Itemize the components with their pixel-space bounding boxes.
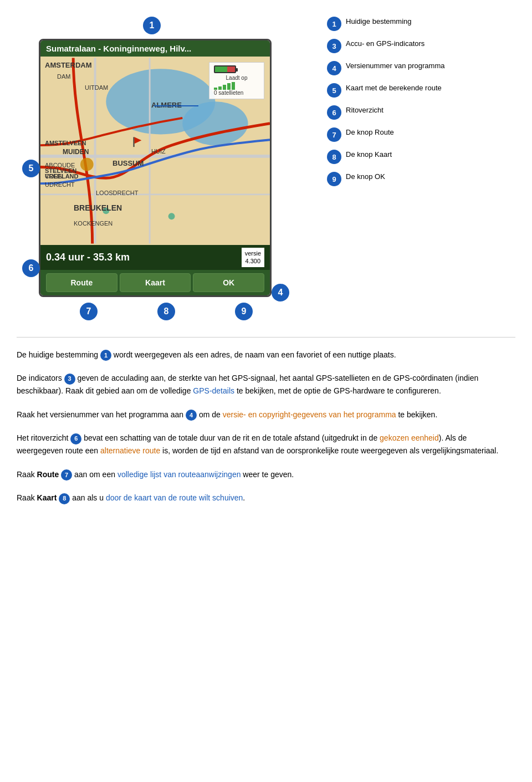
legend-circle-5: 5 — [327, 83, 341, 98]
desc-para-1: De huidige bestemming 1 wordt weergegeve… — [17, 349, 515, 361]
desc-para-8: Raak Kaart 8 aan als u door de kaart van… — [17, 492, 515, 504]
ok-button[interactable]: OK — [193, 273, 264, 292]
callout-4: 4 — [272, 284, 289, 301]
map-label-muiden: MUIDEN — [63, 148, 89, 156]
version-box: versie4.300 — [242, 248, 264, 267]
desc-para-6: Het ritoverzicht 6 bevat een schatting v… — [17, 432, 515, 457]
inline-circle-6: 6 — [70, 433, 81, 444]
gekozen-eenheid-link[interactable]: gekozen eenheid — [380, 433, 439, 442]
legend-text-5: Kaart met de berekende route — [346, 83, 442, 93]
legend-area: 1 Huidige bestemming 3 Accu- en GPS-indi… — [327, 11, 515, 186]
legend-text-7: De knop Route — [346, 127, 394, 137]
legend-item-8: 8 De knop Kaart — [327, 150, 515, 164]
battery-icon — [214, 65, 236, 73]
route-button[interactable]: Route — [46, 273, 117, 292]
gps-loading-label: Laadt op — [214, 75, 259, 81]
schuiven-link[interactable]: door de kaart van de route wilt schuiven — [106, 493, 243, 502]
callout-7-below: 7 — [80, 303, 98, 320]
device-bottom-bar: 0.34 uur - 35.3 km versie4.300 — [40, 245, 270, 270]
legend-circle-6: 6 — [327, 105, 341, 120]
legend-item-5: 5 Kaart met de berekende route — [327, 83, 515, 98]
svg-point-9 — [168, 213, 175, 219]
connector-3 — [154, 105, 198, 106]
callout-6-left: 6 — [22, 259, 40, 277]
map-label-udrecht: UDRECHT — [45, 181, 75, 188]
callout-5-left: 5 — [22, 160, 40, 177]
legend-text-1: Huidige bestemming — [346, 17, 412, 27]
top-section: 1 5 6 Sumatralaan - Koninginneweg, Hilv.… — [17, 11, 515, 320]
legend-circle-7: 7 — [327, 127, 341, 142]
map-label-uitdam: UITDAM — [85, 84, 108, 91]
signal-bar-3 — [223, 85, 226, 90]
map-label-amsterdam: AMSTERDAM — [45, 61, 92, 69]
signal-bars — [214, 81, 259, 90]
gps-details-link[interactable]: GPS-details — [193, 386, 234, 395]
device-buttons: Route Kaart OK — [40, 270, 270, 295]
map-label-loosdrecht: LOOSDRECHT — [96, 190, 138, 196]
battery-bar — [214, 65, 259, 73]
device-title: Sumatralaan - Koninginneweg, Hilv... — [46, 44, 191, 53]
callout-8-below: 8 — [157, 303, 175, 320]
inline-circle-1: 1 — [100, 350, 111, 361]
device-screen: Sumatralaan - Koninginneweg, Hilv... — [39, 39, 272, 297]
legend-text-6: Ritoverzicht — [346, 105, 383, 115]
signal-bar-5 — [232, 82, 235, 90]
legend-circle-8: 8 — [327, 150, 341, 164]
kaart-bold: Kaart — [37, 493, 57, 502]
legend-circle-9: 9 — [327, 172, 341, 186]
inline-circle-3: 3 — [64, 374, 75, 385]
legend-item-7: 7 De knop Route — [327, 127, 515, 142]
routeaanwijzingen-link[interactable]: volledige lijst van routeaanwijzingen — [117, 470, 241, 479]
signal-bar-4 — [227, 83, 231, 90]
page-wrapper: 1 5 6 Sumatralaan - Koninginneweg, Hilv.… — [0, 0, 532, 515]
inline-circle-8: 8 — [59, 493, 70, 504]
desc-para-3: De indicators 3 geven de acculading aan,… — [17, 372, 515, 397]
below-callouts: 7 8 9 — [17, 297, 316, 320]
descriptions: De huidige bestemming 1 wordt weergegeve… — [17, 337, 515, 505]
map-label-huiz: HUIZ — [151, 148, 166, 155]
legend-text-9: De knop OK — [346, 172, 385, 182]
legend-circle-1: 1 — [327, 17, 341, 31]
legend-text-3: Accu- en GPS-indicators — [346, 39, 424, 49]
legend-circle-3: 3 — [327, 39, 341, 53]
device-area: 1 5 6 Sumatralaan - Koninginneweg, Hilv.… — [17, 11, 316, 320]
legend-item-6: 6 Ritoverzicht — [327, 105, 515, 120]
satellites-text: 0 satellieten — [214, 90, 259, 96]
legend-circle-4: 4 — [327, 61, 341, 75]
svg-rect-10 — [134, 137, 135, 147]
callout-1: 1 — [143, 17, 161, 34]
map-label-kockengen: KOCKENGEN — [74, 220, 112, 227]
version-text: versie4.300 — [245, 250, 261, 264]
trip-info: 0.34 uur - 35.3 km — [46, 252, 130, 263]
device-map: AMSTERDAM DAM UITDAM ALMERE AMSTELVEEN M… — [40, 57, 270, 245]
route-bold: Route — [37, 470, 59, 479]
gps-overlay: Laadt op 0 satellieten — [209, 62, 264, 99]
alternatieve-route-link[interactable]: alternatieve route — [100, 446, 160, 455]
legend-text-8: De knop Kaart — [346, 150, 392, 160]
legend-item-9: 9 De knop OK — [327, 172, 515, 186]
legend-text-4: Versienummer van programma — [346, 61, 444, 71]
inline-circle-4: 4 — [186, 410, 197, 421]
map-label-corn: CORN — [45, 173, 63, 180]
desc-para-7: Raak Route 7 aan om een volledige lijst … — [17, 468, 515, 481]
desc-para-4: Raak het versienummer van het programma … — [17, 408, 515, 421]
kaart-button[interactable]: Kaart — [120, 273, 191, 292]
map-label-bussum: BUSSUM — [112, 159, 144, 167]
version-copyright-link[interactable]: versie- en copyright-gegevens van het pr… — [223, 410, 396, 419]
map-label-amstelveen: AMSTELVEEN — [45, 140, 86, 146]
legend-item-4: 4 Versienummer van programma — [327, 61, 515, 75]
map-label-breukelen: BREUKELEN — [74, 203, 122, 212]
legend-item-3: 3 Accu- en GPS-indicators — [327, 39, 515, 53]
map-label-dam: DAM — [57, 73, 70, 80]
device-title-bar: Sumatralaan - Koninginneweg, Hilv... — [40, 40, 270, 57]
inline-circle-7: 7 — [61, 469, 72, 481]
legend-item-1: 1 Huidige bestemming — [327, 17, 515, 31]
svg-point-7 — [80, 158, 94, 171]
callout-9-below: 9 — [235, 303, 253, 320]
